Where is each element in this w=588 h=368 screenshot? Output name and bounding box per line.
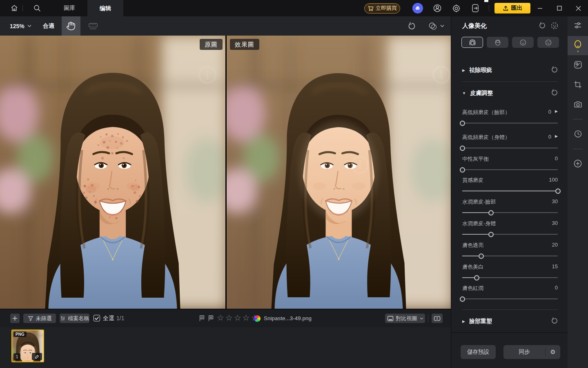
hand-tool-button[interactable] bbox=[62, 16, 80, 36]
current-filename: Snipaste...3-49.png bbox=[264, 309, 312, 328]
slider-track[interactable] bbox=[462, 296, 558, 301]
split-view-button[interactable] bbox=[432, 314, 443, 323]
section-reset-button[interactable] bbox=[551, 66, 559, 74]
home-button[interactable] bbox=[10, 4, 19, 13]
face-detect-button[interactable] bbox=[550, 22, 559, 30]
tab-face-features[interactable] bbox=[512, 37, 534, 48]
slider-thumb[interactable] bbox=[488, 232, 494, 237]
compare-overlay-button[interactable] bbox=[428, 22, 444, 31]
edited-badge[interactable] bbox=[32, 353, 42, 360]
add-photo-button[interactable] bbox=[10, 314, 20, 323]
result-label-badge: 效果圖 bbox=[230, 39, 259, 50]
slider-label: 高低頻磨皮（臉部） bbox=[462, 109, 510, 116]
slider-track[interactable] bbox=[462, 121, 558, 126]
photo-thumbnail[interactable]: PNG 1 bbox=[11, 330, 44, 362]
expand-arrow-icon[interactable]: ▶ bbox=[555, 109, 558, 113]
sliders-icon bbox=[573, 21, 583, 30]
slider-track[interactable] bbox=[462, 232, 558, 237]
tab-face-skin[interactable] bbox=[461, 37, 483, 48]
slider-thumb[interactable] bbox=[555, 188, 561, 194]
slider-thumb[interactable] bbox=[460, 167, 465, 173]
slider-thumb[interactable] bbox=[460, 146, 465, 151]
slider-track[interactable] bbox=[462, 254, 558, 258]
section-reset-button[interactable] bbox=[551, 317, 559, 325]
settings-button[interactable] bbox=[452, 4, 461, 13]
original-image-pane[interactable]: 原圖 bbox=[0, 36, 225, 309]
tab-makeup[interactable] bbox=[537, 37, 559, 48]
image-adjust-tool-button[interactable] bbox=[568, 56, 588, 74]
active-dot bbox=[577, 51, 579, 52]
star-icon[interactable]: ☆ bbox=[243, 313, 251, 322]
slider-track[interactable] bbox=[462, 275, 558, 280]
section-skin-adjust[interactable]: ▼皮膚調整 bbox=[462, 89, 558, 98]
tab-gallery[interactable]: 圖庫 bbox=[58, 4, 81, 12]
buy-now-button[interactable]: 立即購買 bbox=[364, 3, 400, 13]
star-rating[interactable]: ☆☆☆☆☆ bbox=[217, 309, 260, 327]
section-reset-button[interactable] bbox=[551, 89, 559, 96]
save-preset-button[interactable]: 儲存預設 bbox=[461, 345, 496, 359]
close-button[interactable] bbox=[569, 0, 588, 16]
star-icon[interactable]: ☆ bbox=[234, 313, 243, 322]
camera-tool-button[interactable] bbox=[568, 95, 588, 113]
history-tool-button[interactable] bbox=[568, 125, 588, 143]
adjustments-tool-button[interactable] bbox=[568, 16, 588, 34]
ruler-tool-button[interactable] bbox=[88, 22, 98, 31]
star-icon[interactable]: ☆ bbox=[217, 313, 225, 322]
transfer-button[interactable] bbox=[470, 3, 480, 13]
portrait-tool-button[interactable] bbox=[568, 36, 588, 55]
slider-thumb[interactable] bbox=[460, 121, 465, 126]
expand-arrow-icon[interactable]: ▶ bbox=[555, 134, 558, 138]
tool-rail bbox=[568, 16, 588, 368]
filter-button[interactable]: 未篩選 bbox=[23, 314, 56, 323]
tab-edit[interactable]: 编辑 bbox=[87, 0, 123, 16]
bottombar-divider bbox=[428, 314, 428, 322]
result-image-pane[interactable]: 效果圖 bbox=[227, 36, 451, 309]
fit-button[interactable]: 合適 bbox=[43, 22, 54, 30]
sort-label: 檔案名稱 bbox=[68, 315, 89, 322]
watermark bbox=[197, 64, 218, 85]
slider-thumb[interactable] bbox=[479, 254, 484, 259]
slider-track[interactable] bbox=[462, 210, 558, 215]
slider-thumb[interactable] bbox=[460, 296, 465, 302]
titlebar-divider bbox=[489, 5, 489, 11]
minimize-button[interactable] bbox=[530, 0, 550, 16]
maximize-button[interactable] bbox=[550, 0, 569, 16]
zoom-level-dropdown[interactable]: 125% bbox=[10, 23, 31, 29]
slider-track[interactable] bbox=[462, 167, 558, 172]
sync-button[interactable]: 同步 bbox=[503, 348, 545, 356]
compare-view-icon bbox=[387, 316, 394, 321]
slider-value: 0 bbox=[555, 155, 558, 162]
select-all-checkbox[interactable] bbox=[94, 315, 100, 321]
app-window: 圖庫 编辑 立即購買 匯出 bbox=[0, 0, 588, 368]
slider-thumb[interactable] bbox=[488, 210, 494, 215]
slider-thumb[interactable] bbox=[474, 275, 479, 280]
slider-track[interactable] bbox=[462, 188, 558, 193]
sync-settings-button[interactable]: ⚙ bbox=[546, 348, 560, 356]
account-button[interactable] bbox=[432, 3, 442, 13]
section-face-reshape[interactable]: ▶臉部重塑 bbox=[462, 317, 558, 326]
slider-track[interactable] bbox=[462, 146, 558, 150]
tab-forehead[interactable] bbox=[487, 37, 508, 48]
color-label-button[interactable] bbox=[254, 315, 261, 322]
slider-row: 中性灰平衡0 bbox=[462, 155, 558, 174]
export-button[interactable]: 匯出 bbox=[494, 3, 530, 13]
discord-button[interactable] bbox=[412, 3, 423, 13]
split-view-icon bbox=[434, 316, 441, 321]
check-icon bbox=[95, 316, 99, 320]
section-remove-blemish[interactable]: ▶祛除瑕疵 bbox=[462, 66, 558, 75]
chevron-down-icon bbox=[440, 25, 444, 27]
sort-button[interactable]: 檔案名稱 bbox=[60, 314, 89, 323]
panel-reset-button[interactable] bbox=[539, 22, 546, 29]
titlebar-divider bbox=[22, 5, 23, 11]
add-tool-button[interactable] bbox=[568, 155, 588, 173]
slider-row: 水潤磨皮-臉部30 bbox=[462, 198, 558, 217]
crop-tool-button[interactable] bbox=[568, 76, 588, 94]
compare-view-button[interactable]: 對比視圖 bbox=[385, 314, 425, 323]
undo-button[interactable] bbox=[408, 22, 416, 31]
flag-pick-button[interactable] bbox=[198, 315, 205, 322]
star-icon[interactable]: ☆ bbox=[225, 313, 234, 322]
search-button[interactable] bbox=[33, 4, 42, 13]
discord-icon bbox=[414, 5, 421, 11]
hand-icon bbox=[66, 21, 76, 31]
flag-reject-button[interactable] bbox=[207, 315, 214, 322]
